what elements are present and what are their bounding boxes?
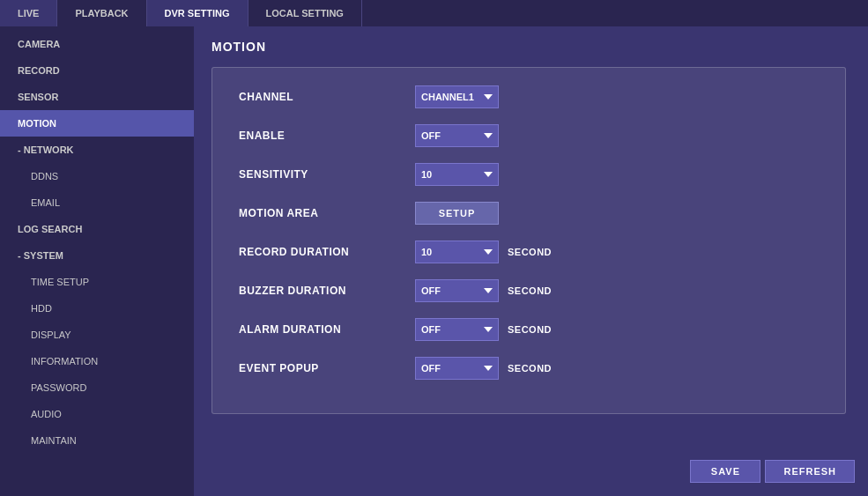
settings-panel: CHANNELCHANNEL1CHANNEL2CHANNEL3CHANNEL4E… [211,67,846,414]
setting-row-record-duration: RECORD DURATION51015203060SECOND [239,241,819,263]
sidebar-item-sensor[interactable]: SENSOR [0,84,194,110]
setting-label-event-popup: EVENT POPUP [239,362,415,374]
select-alarm-duration[interactable]: OFF51015203060 [415,318,499,341]
content-area: MOTION CHANNELCHANNEL1CHANNEL2CHANNEL3CH… [194,26,868,496]
sidebar-item-password[interactable]: PASSWORD [0,374,194,401]
sidebar-item-motion[interactable]: MOTION [0,110,194,137]
top-nav: LIVEPLAYBACKDVR SETTINGLOCAL SETTING [0,0,868,26]
setting-control-channel: CHANNEL1CHANNEL2CHANNEL3CHANNEL4 [415,85,499,108]
setting-row-event-popup: EVENT POPUPOFFONSECOND [239,357,819,380]
sidebar-item-ddns[interactable]: DDNS [0,163,194,189]
setting-row-buzzer-duration: BUZZER DURATIONOFF51015203060SECOND [239,279,819,302]
select-sensitivity[interactable]: 12345678910 [415,163,499,186]
setting-label-motion-area: MOTION AREA [239,207,415,219]
save-button[interactable]: SAVE [690,460,760,483]
sidebar: CAMERARECORDSENSORMOTION- NETWORKDDNSEMA… [0,26,194,496]
select-enable[interactable]: OFFON [415,124,499,147]
unit-label-alarm-duration: SECOND [508,324,552,335]
unit-label-record-duration: SECOND [508,247,552,257]
sidebar-item-network[interactable]: - NETWORK [0,137,194,163]
sidebar-item-email[interactable]: EMAIL [0,189,194,216]
setting-row-enable: ENABLEOFFON [239,124,819,147]
select-record-duration[interactable]: 51015203060 [415,241,499,263]
page-title: MOTION [211,40,850,54]
setting-label-buzzer-duration: BUZZER DURATION [239,285,415,297]
sidebar-item-display[interactable]: DISPLAY [0,322,194,348]
select-channel[interactable]: CHANNEL1CHANNEL2CHANNEL3CHANNEL4 [415,85,499,108]
unit-label-event-popup: SECOND [508,363,552,374]
setting-control-record-duration: 51015203060SECOND [415,241,552,263]
setting-row-channel: CHANNELCHANNEL1CHANNEL2CHANNEL3CHANNEL4 [239,85,819,108]
sidebar-item-hdd[interactable]: HDD [0,295,194,322]
setting-label-alarm-duration: ALARM DURATION [239,323,415,336]
tab-playback[interactable]: PLAYBACK [57,0,146,26]
setting-row-motion-area: MOTION AREASETUP [239,202,819,225]
sidebar-item-log-search[interactable]: LOG SEARCH [0,216,194,242]
tab-local-setting[interactable]: LOCAL SETTING [249,0,362,26]
sidebar-item-record[interactable]: RECORD [0,57,194,84]
setting-control-enable: OFFON [415,124,499,147]
sidebar-item-time-setup[interactable]: TIME SETUP [0,269,194,295]
setting-row-sensitivity: SENSITIVITY12345678910 [239,163,819,186]
refresh-button[interactable]: REFRESH [765,460,855,483]
setting-control-buzzer-duration: OFF51015203060SECOND [415,279,552,302]
sidebar-item-camera[interactable]: CAMERA [0,31,194,57]
setting-control-alarm-duration: OFF51015203060SECOND [415,318,552,341]
select-event-popup[interactable]: OFFON [415,357,499,380]
setup-button-motion-area[interactable]: SETUP [415,202,499,225]
setting-label-channel: CHANNEL [239,91,415,103]
bottom-bar: SAVE REFRESH [690,460,855,483]
setting-row-alarm-duration: ALARM DURATIONOFF51015203060SECOND [239,318,819,341]
setting-control-sensitivity: 12345678910 [415,163,499,186]
unit-label-buzzer-duration: SECOND [508,285,552,296]
sidebar-item-maintain[interactable]: MAINTAIN [0,427,194,454]
tab-dvr-setting[interactable]: DVR SETTING [147,0,249,26]
main-layout: CAMERARECORDSENSORMOTION- NETWORKDDNSEMA… [0,26,868,496]
setting-label-record-duration: RECORD DURATION [239,246,415,258]
sidebar-item-system[interactable]: - SYSTEM [0,242,194,269]
sidebar-item-audio[interactable]: AUDIO [0,401,194,427]
select-buzzer-duration[interactable]: OFF51015203060 [415,279,499,302]
sidebar-item-information[interactable]: INFORMATION [0,348,194,374]
setting-control-event-popup: OFFONSECOND [415,357,552,380]
setting-label-sensitivity: SENSITIVITY [239,168,415,181]
setting-control-motion-area: SETUP [415,202,499,225]
setting-label-enable: ENABLE [239,130,415,142]
tab-live[interactable]: LIVE [0,0,57,26]
